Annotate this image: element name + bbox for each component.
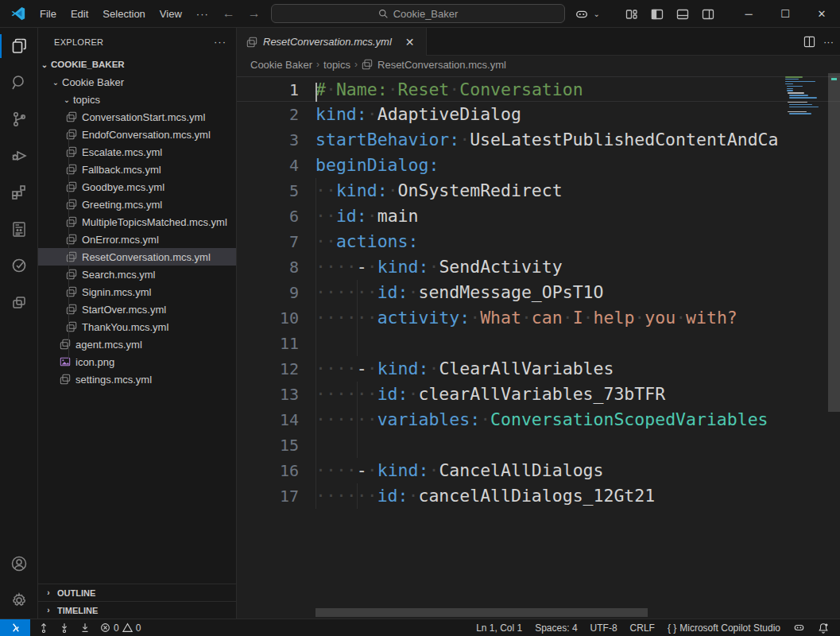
run-debug-icon[interactable]	[0, 138, 37, 174]
code-text: ······variables:·ConversationScopedVaria…	[315, 407, 768, 432]
encoding-button[interactable]: UTF-8	[584, 619, 624, 636]
toggle-secondary-sidebar-icon[interactable]	[697, 4, 719, 25]
tree-item-cookie-baker[interactable]: ⌄Cookie Baker	[38, 73, 236, 91]
menu-overflow-button[interactable]: ···	[189, 6, 216, 22]
menu-edit[interactable]: Edit	[64, 6, 95, 22]
chevron-down-icon: ⌄	[60, 95, 73, 104]
language-mode-label: Microsoft Copilot Studio	[679, 622, 780, 634]
customize-layout-icon[interactable]	[621, 4, 643, 25]
menu-file[interactable]: File	[33, 6, 64, 22]
settings-gear-icon[interactable]	[0, 582, 37, 619]
file-tree: ⌄COOKIE_BAKER⌄Cookie Baker⌄topicsConvers…	[38, 56, 236, 584]
doc-face-icon[interactable]	[0, 211, 37, 247]
code-line-3[interactable]: 3startBehavior:·UseLatestPublishedConten…	[237, 127, 840, 153]
code-line-17[interactable]: 17······id:·cancelAllDialogs_12Gt21	[237, 483, 840, 509]
tree-item-conversationstart-mcs-yml[interactable]: ConversationStart.mcs.yml	[38, 108, 236, 126]
code-line-8[interactable]: 8····-·kind:·SendActivity	[237, 254, 840, 280]
line-number: 14	[237, 407, 315, 432]
tab-close-icon[interactable]: ✕	[402, 35, 418, 49]
remote-indicator-button[interactable]	[0, 619, 30, 636]
yml-file-icon	[65, 164, 78, 175]
tree-item-label: OnError.mcs.yml	[82, 234, 159, 246]
tab-resetconversation[interactable]: ResetConversation.mcs.yml ✕	[237, 28, 427, 56]
eol-button[interactable]: CRLF	[624, 619, 661, 636]
breadcrumb-item[interactable]: topics	[323, 59, 350, 71]
code-line-7[interactable]: 7··actions:	[237, 229, 840, 254]
breadcrumb-item[interactable]: Cookie Baker	[250, 59, 312, 71]
code-line-16[interactable]: 16····-·kind:·CancelAllDialogs	[237, 458, 840, 483]
extensions-icon[interactable]	[0, 174, 37, 211]
line-number: 15	[237, 432, 315, 458]
editor-more-actions-icon[interactable]: ···	[823, 36, 834, 48]
code-line-10[interactable]: 10······activity:·What·can·I·help·you·wi…	[237, 305, 840, 331]
breadcrumb-item[interactable]: ResetConversation.mcs.yml	[377, 59, 506, 71]
toggle-primary-sidebar-icon[interactable]	[646, 4, 668, 25]
toggle-panel-icon[interactable]	[672, 4, 694, 25]
copilot-menu-button[interactable]: ⌄	[571, 4, 600, 25]
line-number: 16	[237, 458, 315, 483]
tree-item-label: ResetConversation.mcs.yml	[82, 251, 211, 263]
publish-up-button[interactable]	[33, 619, 54, 636]
code-line-2[interactable]: 2kind:·AdaptiveDialog	[237, 102, 840, 127]
vscode-logo-icon	[10, 6, 26, 21]
notifications-bell-button[interactable]	[811, 619, 835, 636]
navigate-forward-icon[interactable]: →	[242, 6, 267, 21]
menu-view[interactable]: View	[153, 6, 189, 22]
code-line-6[interactable]: 6··id:·main	[237, 204, 840, 229]
panel-timeline[interactable]: ›TIMELINE	[38, 601, 236, 619]
horizontal-scrollbar[interactable]	[315, 608, 648, 617]
tree-item-settings-mcs-yml[interactable]: settings.mcs.yml	[38, 370, 236, 388]
cursor-position-button[interactable]: Ln 1, Col 1	[470, 619, 528, 636]
vertical-scrollbar[interactable]	[828, 73, 840, 412]
yml-file-icon	[59, 374, 72, 385]
language-mode-button[interactable]: { } Microsoft Copilot Studio	[661, 619, 787, 636]
source-control-icon[interactable]	[0, 101, 37, 138]
sync-down-button[interactable]	[54, 619, 75, 636]
bell-icon	[818, 622, 829, 634]
remote-icon	[10, 622, 21, 634]
search-icon[interactable]	[0, 64, 37, 101]
code-line-4[interactable]: 4beginDialog:	[237, 153, 840, 178]
account-icon[interactable]	[0, 545, 37, 582]
code-line-1[interactable]: 1#·Name:·Reset·Conversation	[237, 76, 840, 102]
code-line-14[interactable]: 14······variables:·ConversationScopedVar…	[237, 407, 840, 432]
menu-selection[interactable]: Selection	[95, 6, 152, 22]
status-bar: 0 0 Ln 1, Col 1 Spaces: 4 UTF-8 CRLF { }…	[0, 619, 840, 636]
minimap-line	[789, 104, 812, 106]
code-line-9[interactable]: 9······id:·sendMessage_OPsT1O	[237, 280, 840, 305]
code-line-5[interactable]: 5··kind:·OnSystemRedirect	[237, 178, 840, 204]
explorer-icon[interactable]	[0, 28, 37, 64]
line-number: 3	[237, 127, 315, 153]
code-text: kind:·AdaptiveDialog	[315, 102, 521, 127]
minimap[interactable]	[785, 73, 826, 619]
code-text: ··kind:·OnSystemRedirect	[315, 178, 563, 204]
indentation-button[interactable]: Spaces: 4	[528, 619, 583, 636]
window-close-button[interactable]: ✕	[803, 0, 840, 28]
window-maximize-button[interactable]: ☐	[767, 0, 803, 28]
code-line-11[interactable]: 11	[237, 331, 840, 356]
explorer-more-actions-button[interactable]: ···	[214, 36, 226, 48]
code-line-15[interactable]: 15	[237, 432, 840, 458]
tree-item-topics[interactable]: ⌄topics	[38, 91, 236, 108]
tree-item-label: Escalate.mcs.yml	[82, 146, 162, 158]
minimap-line	[785, 76, 803, 78]
window-minimize-button[interactable]: ─	[730, 0, 767, 28]
yml-file-icon	[246, 37, 257, 48]
panel-outline[interactable]: ›OUTLINE	[38, 584, 236, 601]
problems-button[interactable]: 0 0	[95, 619, 145, 636]
overlap-squares-icon[interactable]	[0, 284, 37, 320]
split-editor-icon[interactable]	[803, 36, 815, 48]
command-center-search[interactable]: Cookie_Baker	[271, 4, 565, 23]
tree-item-root[interactable]: ⌄COOKIE_BAKER	[38, 56, 236, 73]
pull-down-button[interactable]	[75, 619, 95, 636]
line-number: 12	[237, 356, 315, 382]
tab-bar: ResetConversation.mcs.yml ✕ ···	[237, 28, 840, 56]
navigate-back-icon[interactable]: ←	[216, 6, 242, 21]
check-circle-icon[interactable]	[0, 247, 37, 284]
code-line-12[interactable]: 12····-·kind:·ClearAllVariables	[237, 356, 840, 382]
tree-item-label: topics	[73, 94, 100, 106]
editor-content[interactable]: 1#·Name:·Reset·Conversation2kind:·Adapti…	[237, 73, 840, 619]
copilot-status-button[interactable]	[787, 619, 811, 636]
code-text: ······id:·cancelAllDialogs_12Gt21	[315, 483, 655, 509]
code-line-13[interactable]: 13······id:·clearAllVariables_73bTFR	[237, 382, 840, 407]
